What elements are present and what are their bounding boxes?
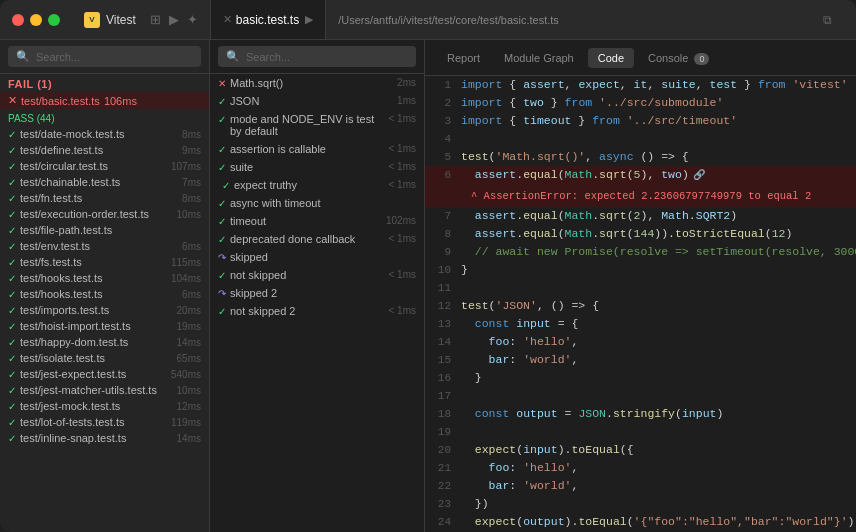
test-item[interactable]: ✓ test/hoist-import.test.ts 19ms bbox=[0, 318, 209, 334]
vitest-tab[interactable]: V Vitest ⊞ ▶ ✦ bbox=[72, 0, 211, 39]
code-lines: 1import { assert, expect, it, suite, tes… bbox=[425, 76, 856, 532]
line-content: expect(input).toEqual({ bbox=[461, 441, 856, 459]
traffic-lights bbox=[12, 14, 60, 26]
test-item[interactable]: ✓ test/inline-snap.test.ts 14ms bbox=[0, 430, 209, 446]
tab-console[interactable]: Console 0 bbox=[638, 48, 719, 68]
result-item[interactable]: ✓ deprecated done callback < 1ms bbox=[210, 230, 424, 248]
test-item[interactable]: ✓ test/fs.test.ts 115ms bbox=[0, 254, 209, 270]
pass-status-icon: ✓ bbox=[8, 225, 16, 236]
test-item[interactable]: ✓ test/define.test.ts 9ms bbox=[0, 142, 209, 158]
line-number: 5 bbox=[425, 148, 461, 166]
line-content: }) bbox=[461, 495, 856, 513]
result-item[interactable]: ✕ Math.sqrt() 2ms bbox=[210, 74, 424, 92]
test-item[interactable]: ✓ test/chainable.test.ts 7ms bbox=[0, 174, 209, 190]
file-tab-name: basic.test.ts bbox=[236, 13, 299, 27]
line-number: 11 bbox=[425, 279, 461, 297]
tab-report[interactable]: Report bbox=[437, 48, 490, 68]
line-content: expect(output).toEqual('{"foo":"hello","… bbox=[461, 513, 856, 531]
test-item[interactable]: ✓ test/hooks.test.ts 104ms bbox=[0, 270, 209, 286]
line-content: import { assert, expect, it, suite, test… bbox=[461, 76, 856, 94]
result-item-name: skipped bbox=[230, 251, 412, 263]
test-item[interactable]: ✓ test/jest-expect.test.ts 540ms bbox=[0, 366, 209, 382]
maximize-button[interactable] bbox=[48, 14, 60, 26]
test-item[interactable]: ✓ test/jest-mock.test.ts 12ms bbox=[0, 398, 209, 414]
test-item[interactable]: ✓ test/lot-of-tests.test.ts 119ms bbox=[0, 414, 209, 430]
test-item[interactable]: ✓ test/imports.test.ts 20ms bbox=[0, 302, 209, 318]
test-item[interactable]: ✓ test/hooks.test.ts 6ms bbox=[0, 286, 209, 302]
test-item-time: 10ms bbox=[177, 209, 201, 220]
external-link-icon[interactable]: ⧉ bbox=[823, 13, 832, 27]
line-number: 14 bbox=[425, 333, 461, 351]
pass-status-icon: ✓ bbox=[8, 193, 16, 204]
minimize-button[interactable] bbox=[30, 14, 42, 26]
test-item-time: 10ms bbox=[177, 385, 201, 396]
line-content: assert.equal(Math.sqrt(5), two)🔗 bbox=[461, 166, 856, 185]
error-message: ^ AssertionError: expected 2.23606797749… bbox=[425, 185, 856, 207]
left-panel: 🔍 FAIL (1) ✕ test/basic.test.ts 106ms PA… bbox=[0, 40, 210, 532]
result-item-time: 1ms bbox=[397, 95, 416, 106]
result-item[interactable]: ✓ assertion is callable < 1ms bbox=[210, 140, 424, 158]
settings-icon[interactable]: ✦ bbox=[187, 12, 198, 27]
test-item-time: 65ms bbox=[177, 353, 201, 364]
line-number: 9 bbox=[425, 243, 461, 261]
fail-test-item[interactable]: ✕ test/basic.test.ts 106ms bbox=[0, 92, 209, 109]
result-item[interactable]: ✓ mode and NODE_ENV is test by default <… bbox=[210, 110, 424, 140]
pass-status-icon: ✓ bbox=[8, 129, 16, 140]
result-item-time: < 1ms bbox=[388, 161, 416, 172]
pass-status-icon: ✓ bbox=[8, 385, 16, 396]
file-tab[interactable]: ✕ basic.test.ts ▶ bbox=[211, 0, 326, 39]
run-icon[interactable]: ▶ bbox=[169, 12, 179, 27]
line-number: 22 bbox=[425, 477, 461, 495]
line-content: test('Math.sqrt()', async () => { bbox=[461, 148, 856, 166]
code-line: 22 bar: 'world', bbox=[425, 477, 856, 495]
test-item[interactable]: ✓ test/fn.test.ts 8ms bbox=[0, 190, 209, 206]
result-item[interactable]: ↷ skipped 2 bbox=[210, 284, 424, 302]
test-item[interactable]: ✓ test/happy-dom.test.ts 14ms bbox=[0, 334, 209, 350]
result-status-icon: ✕ bbox=[218, 78, 226, 89]
file-tab-run[interactable]: ▶ bbox=[305, 13, 313, 26]
code-editor[interactable]: 1import { assert, expect, it, suite, tes… bbox=[425, 76, 856, 532]
test-item-time: 6ms bbox=[182, 289, 201, 300]
test-item[interactable]: ✓ test/isolate.test.ts 65ms bbox=[0, 350, 209, 366]
pass-status-icon: ✓ bbox=[8, 337, 16, 348]
result-item-name: async with timeout bbox=[230, 197, 412, 209]
test-item[interactable]: ✓ test/jest-matcher-utils.test.ts 10ms bbox=[0, 382, 209, 398]
fail-header: FAIL (1) bbox=[0, 74, 209, 92]
file-path-bar: /Users/antfu/i/vitest/test/core/test/bas… bbox=[326, 0, 844, 39]
code-line: 18 const output = JSON.stringify(input) bbox=[425, 405, 856, 423]
result-item-name: suite bbox=[230, 161, 384, 173]
result-item[interactable]: ✓ not skipped 2 < 1ms bbox=[210, 302, 424, 320]
test-item-name: test/hoist-import.test.ts bbox=[20, 320, 173, 332]
result-status-icon: ✓ bbox=[218, 162, 226, 173]
error-link-icon[interactable]: 🔗 bbox=[693, 170, 705, 181]
line-content: // await new Promise(resolve => setTimeo… bbox=[461, 243, 856, 261]
test-item-name: test/jest-matcher-utils.test.ts bbox=[20, 384, 173, 396]
result-item[interactable]: ↷ skipped bbox=[210, 248, 424, 266]
test-item[interactable]: ✓ test/execution-order.test.ts 10ms bbox=[0, 206, 209, 222]
result-item[interactable]: ✓ async with timeout bbox=[210, 194, 424, 212]
pass-status-icon: ✓ bbox=[8, 401, 16, 412]
result-item[interactable]: ✓ expect truthy < 1ms bbox=[210, 176, 424, 194]
test-item[interactable]: ✓ test/file-path.test.ts bbox=[0, 222, 209, 238]
test-item-name: test/happy-dom.test.ts bbox=[20, 336, 173, 348]
result-item[interactable]: ✓ JSON 1ms bbox=[210, 92, 424, 110]
tab-module-graph[interactable]: Module Graph bbox=[494, 48, 584, 68]
test-item-time: 20ms bbox=[177, 305, 201, 316]
result-item[interactable]: ✓ timeout 102ms bbox=[210, 212, 424, 230]
result-item-name: Math.sqrt() bbox=[230, 77, 393, 89]
file-tab-close[interactable]: ✕ bbox=[223, 13, 232, 26]
tab-code[interactable]: Code bbox=[588, 48, 634, 68]
grid-icon[interactable]: ⊞ bbox=[150, 12, 161, 27]
middle-search-input[interactable] bbox=[246, 51, 408, 63]
line-content: } bbox=[461, 261, 856, 279]
test-item[interactable]: ✓ test/date-mock.test.ts 8ms bbox=[0, 126, 209, 142]
pass-status-icon: ✓ bbox=[8, 257, 16, 268]
test-item[interactable]: ✓ test/env.test.ts 6ms bbox=[0, 238, 209, 254]
test-item[interactable]: ✓ test/circular.test.ts 107ms bbox=[0, 158, 209, 174]
left-search-input[interactable] bbox=[36, 51, 193, 63]
result-status-icon: ↷ bbox=[218, 288, 226, 299]
close-button[interactable] bbox=[12, 14, 24, 26]
result-item[interactable]: ✓ suite < 1ms bbox=[210, 158, 424, 176]
line-content: const input = { bbox=[461, 315, 856, 333]
result-item[interactable]: ✓ not skipped < 1ms bbox=[210, 266, 424, 284]
